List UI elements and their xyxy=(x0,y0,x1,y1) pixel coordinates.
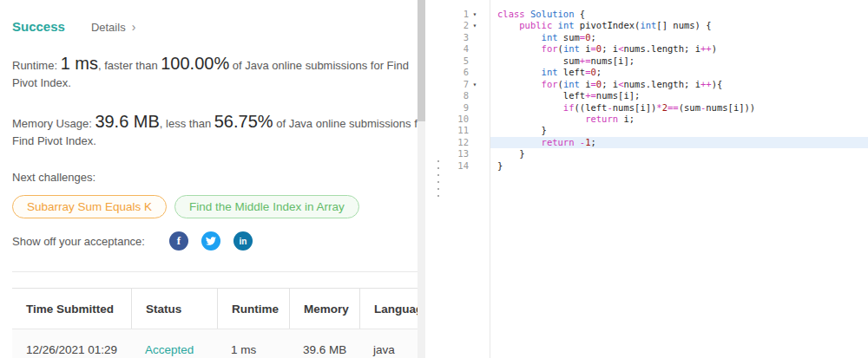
submissions-table: Time Submitted Status Runtime Memory Lan… xyxy=(12,288,425,358)
line-gutter: 6 xyxy=(444,67,490,78)
code-line[interactable]: 5 sum+=nums[i]; xyxy=(444,55,868,67)
scrollbar-thumb[interactable] xyxy=(418,0,425,121)
code-token: ; i xyxy=(602,43,618,54)
cell-status-accepted[interactable]: Accepted xyxy=(131,329,217,358)
code-token: int xyxy=(640,20,656,30)
code-line[interactable]: 8 left+=nums[i]; xyxy=(444,90,868,101)
fold-arrow-icon[interactable]: ▾ xyxy=(469,20,481,31)
code-token: nums[i]; xyxy=(596,90,641,101)
line-number: 11 xyxy=(444,125,469,136)
line-gutter: 9 xyxy=(444,102,490,114)
code-token: int xyxy=(558,20,575,30)
code-token: ((left xyxy=(575,102,608,113)
code-token: nums[i]; xyxy=(590,55,635,66)
code-text: } xyxy=(490,160,868,172)
code-token xyxy=(497,67,542,77)
fold-spacer xyxy=(469,90,481,101)
code-token: pivotIndex( xyxy=(575,20,641,30)
challenge-pill-middle-index[interactable]: Find the Middle Index in Array xyxy=(174,195,359,218)
fold-arrow-icon[interactable]: ▾ xyxy=(469,9,481,20)
code-line[interactable]: 3 int sum=0; xyxy=(444,32,868,43)
code-token xyxy=(497,43,542,54)
line-number: 8 xyxy=(444,90,469,101)
code-token: [] nums) { xyxy=(656,20,711,30)
cell-language: java xyxy=(359,329,425,358)
code-token xyxy=(497,79,542,89)
code-text: int sum=0; xyxy=(490,32,868,43)
code-token: == xyxy=(667,102,679,113)
cell-runtime: 1 ms xyxy=(217,329,289,358)
code-token: sum xyxy=(497,55,580,66)
line-number: 7 xyxy=(444,79,469,90)
line-gutter: 5 xyxy=(444,55,490,67)
details-link[interactable]: Details › xyxy=(91,20,135,34)
details-label: Details xyxy=(91,21,126,34)
code-token: int xyxy=(542,32,558,42)
code-token: } xyxy=(497,148,525,159)
next-challenges-label: Next challenges: xyxy=(12,171,424,184)
code-token: ; xyxy=(591,32,596,42)
challenge-pill-subarray-sum[interactable]: Subarray Sum Equals K xyxy=(12,195,167,218)
code-token: ; xyxy=(596,67,602,77)
code-token: left xyxy=(558,67,586,77)
code-token xyxy=(497,32,542,42)
fold-arrow-icon[interactable]: ▾ xyxy=(469,79,481,90)
runtime-value: 1 ms xyxy=(61,54,98,73)
line-gutter: 7▾ xyxy=(444,79,490,90)
code-line[interactable]: 11 } xyxy=(444,125,868,136)
memory-value: 39.6 MB xyxy=(95,112,159,131)
code-token: class xyxy=(497,9,525,19)
panel-splitter[interactable] xyxy=(425,0,444,358)
section-divider xyxy=(12,271,425,272)
fold-spacer xyxy=(469,114,481,125)
result-panel: Success Details › Runtime: 1 ms, faster … xyxy=(0,0,425,358)
fold-spacer xyxy=(469,125,481,136)
code-text: for(int i=0; i<nums.length; i++) xyxy=(490,43,868,55)
code-editor[interactable]: 1▾class Solution {2▾ public int pivotInd… xyxy=(444,0,868,358)
code-token: return xyxy=(542,137,575,147)
code-line[interactable]: 4 for(int i=0; i<nums.length; i++) xyxy=(444,43,868,55)
twitter-share-icon[interactable] xyxy=(201,231,220,251)
column-header-language: Language xyxy=(359,289,425,329)
code-token xyxy=(497,102,563,113)
line-gutter: 4 xyxy=(444,43,490,55)
code-token: int xyxy=(542,67,558,77)
code-line[interactable]: 6 int left=0; xyxy=(444,67,868,78)
code-line[interactable]: 9 if((left-nums[i])*2==(sum-nums[i])) xyxy=(444,102,868,114)
line-number: 14 xyxy=(444,160,469,172)
status-row: Success Details › xyxy=(12,19,424,34)
splitter-grip-icon xyxy=(437,160,439,197)
code-line[interactable]: 13 } xyxy=(444,148,868,159)
line-gutter: 11 xyxy=(444,125,490,136)
cell-memory: 39.6 MB xyxy=(289,329,359,358)
code-token: ) xyxy=(712,43,717,54)
code-token: ++ xyxy=(700,79,712,89)
code-line[interactable]: 14} xyxy=(444,160,868,172)
code-token: += xyxy=(580,55,591,66)
line-number: 6 xyxy=(444,67,469,78)
left-panel-scrollbar[interactable] xyxy=(418,0,425,358)
code-line[interactable]: 2▾ public int pivotIndex(int[] nums) { xyxy=(444,20,868,31)
code-token: for xyxy=(542,79,558,89)
line-gutter: 13 xyxy=(444,148,490,159)
linkedin-share-icon[interactable]: in xyxy=(233,231,253,251)
line-number: 10 xyxy=(444,114,469,125)
line-gutter: 12 xyxy=(444,137,490,148)
code-lines: 1▾class Solution {2▾ public int pivotInd… xyxy=(444,9,868,172)
code-token xyxy=(497,114,585,124)
runtime-label: Runtime: xyxy=(12,59,61,72)
code-line[interactable]: 7▾ for(int i=0; i<nums.length; i++){ xyxy=(444,79,868,90)
column-header-status: Status xyxy=(131,289,217,329)
line-number: 13 xyxy=(444,148,469,159)
code-text: int left=0; xyxy=(490,67,868,78)
code-line[interactable]: 1▾class Solution { xyxy=(444,9,868,20)
code-token: public xyxy=(519,20,552,30)
code-line-active[interactable]: 12 return -1; xyxy=(444,137,868,148)
code-line[interactable]: 10 return i; xyxy=(444,114,868,125)
code-token: += xyxy=(585,90,596,101)
facebook-share-icon[interactable]: f xyxy=(169,231,188,251)
code-token: nums.length; i xyxy=(623,43,700,54)
table-row[interactable]: 12/26/2021 01:29 Accepted 1 ms 39.6 MB j… xyxy=(12,329,425,358)
code-token: nums.length; i xyxy=(623,79,700,89)
runtime-mid-text: , faster than xyxy=(98,59,161,72)
